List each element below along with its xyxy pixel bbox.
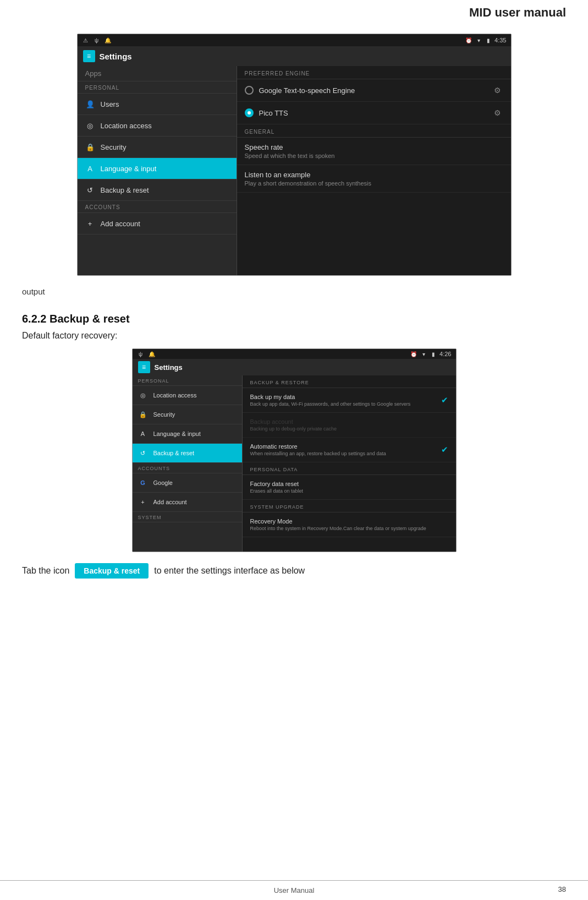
factory-reset-title: Factory data reset — [250, 481, 448, 487]
sidebar-item-language2[interactable]: A Language & input — [133, 424, 242, 444]
recovery-mode-text: Recovery Mode Reboot into the system in … — [250, 518, 448, 531]
accounts-section-label: ACCOUNTS — [78, 201, 237, 213]
sidebar-item-add-account2[interactable]: + Add account — [133, 493, 242, 512]
status-bar-left: ⚠ ψ 🔔 — [82, 36, 112, 44]
battery-icon-2: ▮ — [430, 350, 437, 358]
users-icon: 👤 — [85, 99, 95, 109]
location-icon-2: ◎ — [138, 390, 148, 400]
users-label: Users — [101, 100, 119, 108]
add-icon-2: + — [138, 497, 148, 507]
notification-icon: 🔔 — [104, 36, 112, 44]
title-text: MID user manual — [469, 6, 566, 19]
listen-example-subtitle: Play a short demonstration of speech syn… — [245, 180, 503, 187]
tab-prefix: Tab the icon — [22, 566, 69, 576]
speech-rate-item[interactable]: Speech rate Speed at which the text is s… — [237, 138, 511, 165]
security-label-2: Security — [153, 411, 175, 418]
back-up-data-item[interactable]: Back up my data Back up app data, Wi-Fi … — [243, 388, 456, 413]
notification-icon-2: 🔔 — [148, 350, 156, 358]
wifi-icon-2: ▾ — [420, 350, 427, 358]
speech-rate-text: Speech rate Speed at which the text is s… — [245, 143, 503, 159]
listen-example-title: Listen to an example — [245, 171, 503, 179]
settings-header-2: ≡ Settings — [133, 359, 456, 375]
page-title: MID user manual — [0, 0, 588, 23]
backup-icon-2: ↺ — [138, 448, 148, 458]
status-bar-1: ⚠ ψ 🔔 ⏰ ▾ ▮ 4:35 — [78, 34, 511, 46]
auto-restore-item[interactable]: Automatic restore When reinstalling an a… — [243, 438, 456, 462]
backup-account-title: Backup account — [250, 418, 448, 425]
status-bar-right: ⏰ ▾ ▮ 4:35 — [465, 36, 506, 44]
speech-rate-title: Speech rate — [245, 143, 503, 151]
location-label-2: Location access — [153, 392, 197, 399]
backup-label: Backup & reset — [101, 186, 149, 194]
back-up-data-text: Back up my data Back up app data, Wi-Fi … — [250, 394, 436, 407]
backup-account-item[interactable]: Backup account Backing up to debug-only … — [243, 413, 456, 438]
sidebar-item-location[interactable]: ◎ Location access — [78, 115, 237, 137]
backup-icon: ↺ — [85, 185, 95, 195]
security-label: Security — [101, 143, 127, 151]
language-icon-2: A — [138, 429, 148, 439]
time-display-2: 4:26 — [439, 351, 451, 357]
google-tts-title: Google Text-to-speech Engine — [259, 86, 487, 95]
auto-restore-subtitle: When reinstalling an app, restore backed… — [250, 451, 436, 456]
sidebar-item-security2[interactable]: 🔒 Security — [133, 405, 242, 424]
listen-example-item[interactable]: Listen to an example Play a short demons… — [237, 165, 511, 193]
screenshot-2: ψ 🔔 ⏰ ▾ ▮ 4:26 ≡ Settings PERSONAL ◎ Loc… — [132, 348, 457, 552]
apps-item[interactable]: Apps — [78, 66, 237, 81]
wifi-icon: ▾ — [475, 36, 482, 44]
google-tts-text: Google Text-to-speech Engine — [259, 86, 487, 95]
sidebar-item-location2[interactable]: ◎ Location access — [133, 386, 242, 405]
sidebar-item-add-account[interactable]: + Add account — [78, 213, 237, 234]
usb-icon-2: ψ — [137, 350, 145, 358]
sidebar-item-backup2[interactable]: ↺ Backup & reset — [133, 444, 242, 463]
pico-tts-radio[interactable] — [245, 108, 254, 117]
pico-tts-title: Pico TTS — [259, 109, 487, 117]
right-panel-1: PREFERRED ENGINE Google Text-to-speech E… — [237, 66, 511, 275]
sidebar-item-google[interactable]: G Google — [133, 473, 242, 493]
settings-title-2: Settings — [155, 363, 183, 372]
sidebar-item-users[interactable]: 👤 Users — [78, 94, 237, 115]
auto-restore-text: Automatic restore When reinstalling an a… — [250, 443, 436, 456]
sidebar-item-backup[interactable]: ↺ Backup & reset — [78, 179, 237, 201]
system-section-label: SYSTEM — [133, 512, 242, 522]
page-number: 38 — [558, 885, 566, 893]
status-bar-right-2: ⏰ ▾ ▮ 4:26 — [410, 350, 451, 358]
factory-reset-item[interactable]: Factory data reset Erases all data on ta… — [243, 475, 456, 500]
status-bar-left-2: ψ 🔔 — [137, 350, 156, 358]
page-footer: User Manual — [0, 880, 588, 900]
backup-account-subtitle: Backing up to debug-only private cache — [250, 426, 448, 432]
sidebar-item-security[interactable]: 🔒 Security — [78, 137, 237, 158]
general-label: GENERAL — [237, 124, 511, 138]
time-display-1: 4:35 — [494, 37, 506, 43]
personal-section-label: PERSONAL — [78, 81, 237, 94]
add-icon: + — [85, 219, 95, 228]
backup-reset-inline-button[interactable]: Backup & reset — [75, 563, 149, 579]
pico-tts-settings-icon[interactable]: ⚙ — [492, 107, 503, 118]
google-tts-radio[interactable] — [245, 86, 254, 95]
tab-instruction-line: Tab the icon Backup & reset to enter the… — [22, 563, 566, 579]
recovery-mode-item[interactable]: Recovery Mode Reboot into the system in … — [243, 512, 456, 537]
preferred-engine-label: PREFERRED ENGINE — [237, 66, 511, 79]
section-intro: Default factory recovery: — [22, 331, 566, 341]
settings-header-1: ≡ Settings — [78, 46, 511, 66]
system-upgrade-label: SYSTEM UPGRADE — [243, 500, 456, 512]
auto-restore-title: Automatic restore — [250, 443, 436, 450]
personal-data-label: PERSONAL DATA — [243, 462, 456, 475]
settings-icon: ≡ — [83, 50, 95, 62]
pico-tts-item[interactable]: Pico TTS ⚙ — [237, 102, 511, 124]
google-tts-settings-icon[interactable]: ⚙ — [492, 85, 503, 96]
add-account-label: Add account — [101, 220, 140, 228]
sidebar-item-language[interactable]: A Language & input — [78, 158, 237, 179]
screenshot-1: ⚠ ψ 🔔 ⏰ ▾ ▮ 4:35 ≡ Settings Apps PERSONA… — [77, 34, 512, 276]
pico-tts-text: Pico TTS — [259, 109, 487, 117]
battery-icon: ▮ — [485, 36, 492, 44]
listen-example-text: Listen to an example Play a short demons… — [245, 171, 503, 187]
back-up-data-title: Back up my data — [250, 394, 436, 400]
personal-section-label-2: PERSONAL — [133, 375, 242, 386]
security-icon-2: 🔒 — [138, 410, 148, 419]
recovery-mode-title: Recovery Mode — [250, 518, 448, 525]
device-body-2: PERSONAL ◎ Location access 🔒 Security A … — [133, 375, 456, 552]
factory-reset-subtitle: Erases all data on tablet — [250, 488, 448, 494]
device-body-1: Apps PERSONAL 👤 Users ◎ Location access … — [78, 66, 511, 275]
google-tts-item[interactable]: Google Text-to-speech Engine ⚙ — [237, 79, 511, 102]
sidebar-2: PERSONAL ◎ Location access 🔒 Security A … — [133, 375, 243, 552]
